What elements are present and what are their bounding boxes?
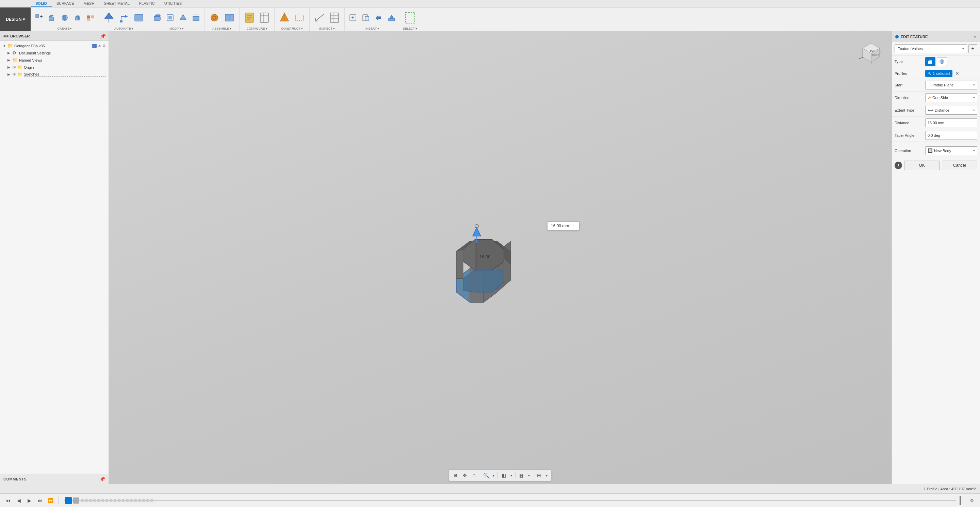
folder-icon: 📁 [12,57,18,63]
settings-icon[interactable]: ⚙ [102,44,106,48]
insert-btn1[interactable] [347,11,359,24]
viewport[interactable]: TOP RIGHT [109,31,490,253]
svg-point-28 [213,17,215,19]
tree-item-sketches[interactable]: ▶ 👁 📁 Sketches [0,71,108,78]
link-badge: L [92,44,97,48]
svg-rect-33 [247,17,252,18]
svg-rect-52 [365,16,369,21]
inspect-label[interactable]: INSPECT ▾ [319,27,335,30]
svg-rect-35 [260,13,269,22]
svg-rect-3 [49,17,54,21]
tree-item-root[interactable]: ▼ 📁 OctogoonTOp v35 L 👁 ⚙ [0,42,108,49]
svg-rect-30 [230,14,234,21]
tree-item-docsettings[interactable]: ▶ ⚙ Document Settings [0,49,108,57]
construct-btn2[interactable] [292,10,307,26]
select-label[interactable]: SELECT ▾ [403,27,417,30]
select-btn[interactable] [403,10,417,26]
inspect-btn2[interactable] [327,10,342,26]
assemble-group: ASSEMBLE ▾ [205,8,240,31]
assemble-label[interactable]: ASSEMBLE ▾ [212,27,231,30]
svg-rect-54 [388,18,395,21]
automate-label[interactable]: AUTOMATE ▾ [115,27,134,30]
browser-header: ◀◀ BROWSER 📌 [0,31,108,41]
new-component-btn[interactable] [33,11,45,24]
expand-icon: ▶ [8,73,12,76]
modify-btn4[interactable] [190,11,202,24]
browser-title: BROWSER [10,34,30,38]
folder-icon: 📁 [17,72,23,77]
settings-icon: ⚙ [12,50,18,56]
svg-rect-16 [120,21,123,22]
pattern-btn[interactable] [84,11,97,24]
select-group: SELECT ▾ [400,8,420,31]
inspect-btn1[interactable] [312,10,327,26]
modify-group: MODIFY ▾ [149,8,205,31]
inspect-group: INSPECT ▾ [310,8,345,31]
svg-line-41 [315,14,324,21]
svg-rect-32 [247,15,252,16]
tab-utilities[interactable]: UTILITIES [159,0,186,7]
svg-marker-23 [180,14,186,20]
tree-item-label: OctogoonTOp v35 [14,44,92,48]
folder-icon: 📁 [8,43,14,48]
svg-rect-17 [135,14,143,21]
modify-btn1[interactable] [151,11,163,24]
tree-item-label: Named Views [19,58,106,62]
automate-btn1[interactable] [102,10,116,26]
expand-icon: ▶ [8,51,12,55]
configure-label[interactable]: CONFIGURE ▾ [247,27,267,30]
tab-solid[interactable]: SOLID [30,0,52,7]
insert-btn3[interactable] [372,11,385,24]
svg-rect-56 [405,12,415,23]
tab-mesh[interactable]: MESH [79,0,99,7]
visibility-icon[interactable]: 👁 [12,72,16,77]
construct-label[interactable]: CONSTRUCT ▾ [281,27,303,30]
tree-item-label: Origin [24,65,106,70]
tree-item-namedviews[interactable]: ▶ 📁 Named Views [0,57,108,64]
insert-label[interactable]: INSERT ▾ [366,27,379,30]
svg-rect-24 [193,16,199,21]
configure-btn2[interactable] [257,10,272,26]
visibility-icon[interactable]: 👁 [98,44,102,48]
3d-model: 16.00 [422,197,490,253]
insert-group: INSERT ▾ [345,8,400,31]
assemble-btn1[interactable] [207,10,221,26]
browser-panel: ◀◀ BROWSER 📌 ▼ 📁 OctogoonTOp v35 L 👁 ⚙ [0,31,109,253]
browser-pin-icon[interactable]: 📌 [100,33,106,39]
browser-tree: ▼ 📁 OctogoonTOp v35 L 👁 ⚙ ▶ ⚙ Document S… [0,41,108,253]
modify-label[interactable]: MODIFY ▾ [169,27,184,30]
revolve-btn[interactable] [59,11,71,24]
tab-sheet-metal[interactable]: SHEET METAL [99,0,134,7]
design-button[interactable]: DESIGN ▾ [0,8,30,31]
svg-rect-34 [247,19,250,20]
svg-point-6 [63,15,66,21]
expand-icon: ▼ [3,44,8,48]
modify-btn2[interactable] [164,11,176,24]
tree-item-label: Document Settings [19,51,106,55]
extrude-btn[interactable] [46,11,58,24]
configure-group: CONFIGURE ▾ [240,8,275,31]
svg-marker-4 [49,15,54,17]
tab-surface[interactable]: SURFACE [52,0,79,7]
assemble-btn2[interactable] [222,10,237,26]
modify-btn3[interactable] [177,11,189,24]
construct-btn1[interactable] [277,10,292,26]
automate-btn2[interactable] [117,10,131,26]
svg-rect-29 [225,14,229,21]
tab-plastic[interactable]: PLASTIC [134,0,159,7]
expand-icon: ▶ [8,58,12,62]
expand-icon: ▶ [8,65,12,69]
automate-group: AUTOMATE ▾ [99,8,149,31]
svg-rect-44 [331,13,339,22]
create-label[interactable]: CREATE ▾ [57,27,72,30]
insert-btn4[interactable] [385,11,398,24]
configure-btn1[interactable] [242,10,256,26]
tree-item-origin[interactable]: ▶ 👁 📁 Origin [0,64,108,71]
box-btn[interactable] [72,11,84,24]
insert-btn2[interactable] [360,11,372,24]
visibility-icon[interactable]: 👁 [12,65,16,70]
svg-rect-40 [295,15,304,21]
automate-btn3[interactable] [132,10,146,26]
svg-rect-22 [169,16,172,19]
browser-collapse-icon[interactable]: ◀◀ [3,34,8,38]
